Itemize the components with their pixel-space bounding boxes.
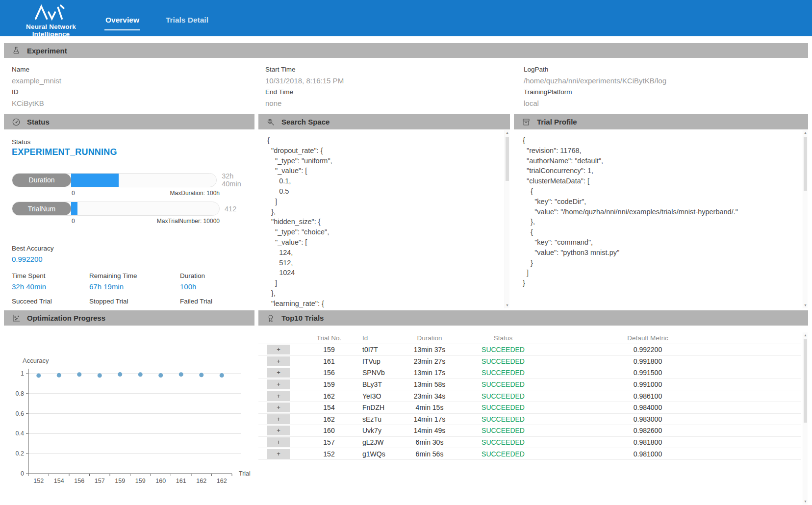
expand-row-button[interactable]: + xyxy=(267,391,290,401)
svg-text:0.4: 0.4 xyxy=(16,430,24,437)
trial-id-cell: gL2JW xyxy=(358,438,398,446)
expand-row-button[interactable]: + xyxy=(267,437,290,447)
scroll-down-icon[interactable]: ▼ xyxy=(803,499,808,505)
col-header-status: Status xyxy=(461,334,545,342)
trial-no-cell: 162 xyxy=(290,415,358,423)
trial-status-cell: SUCCEEDED xyxy=(461,427,545,434)
trial-id-cell: BLy3T xyxy=(358,380,398,388)
svg-text:1: 1 xyxy=(21,370,24,377)
svg-text:0: 0 xyxy=(21,470,24,477)
optimization-title: Optimization Progress xyxy=(27,314,105,322)
trial-metric-cell: 0.981800 xyxy=(545,438,751,446)
brand: Neural Network Intelligence xyxy=(12,2,90,38)
trial-duration-cell: 13min 58s xyxy=(398,380,461,388)
stat-label: Stopped Trial xyxy=(89,297,180,305)
scroll-up-icon[interactable]: ▲ xyxy=(803,332,808,338)
divider xyxy=(12,164,247,164)
col-header-id: Id xyxy=(358,334,398,342)
search-space-panel: Search Space { "dropout_rate": { "_type"… xyxy=(258,114,510,309)
duration-progress: Duration 32h 40min 0 MaxDuration: 100h xyxy=(12,172,254,197)
trial-status-cell: SUCCEEDED xyxy=(461,415,545,423)
trial-metric-cell: 0.984000 xyxy=(545,404,751,411)
svg-text:159: 159 xyxy=(115,478,125,484)
table-row: + 160 Uvk7y 14min 49s SUCCEEDED 0.982600 xyxy=(258,425,801,437)
scatter-plot-icon xyxy=(12,314,21,323)
top-trials-table: Trial No. Id Duration Status Default Met… xyxy=(258,326,801,505)
svg-text:160: 160 xyxy=(155,478,166,484)
expand-row-button[interactable]: + xyxy=(267,414,290,424)
experiment-title: Experiment xyxy=(27,47,67,55)
trial-duration-cell: 14min 49s xyxy=(398,427,461,434)
trial-metric-cell: 0.992200 xyxy=(545,346,751,354)
trial-no-cell: 159 xyxy=(290,346,358,354)
svg-text:162: 162 xyxy=(196,478,206,484)
scroll-down-icon[interactable]: ▼ xyxy=(505,303,509,308)
experiment-info: Name example_mnist ID KCiBytKB Start Tim… xyxy=(4,58,808,114)
trial-metric-cell: 0.981000 xyxy=(545,450,751,458)
duration-bar-label: Duration xyxy=(12,174,71,187)
field-label: End Time xyxy=(265,86,344,98)
table-row: + 162 sEzTu 14min 17s SUCCEEDED 0.983000 xyxy=(258,414,801,426)
svg-text:152: 152 xyxy=(33,478,44,484)
stat-value: 32h 40min xyxy=(12,282,89,291)
tab-overview[interactable]: Overview xyxy=(104,6,140,30)
expand-row-button[interactable]: + xyxy=(267,426,290,435)
trial-profile-scrollbar[interactable]: ▲ ▼ xyxy=(803,130,808,308)
trial-duration-cell: 6min 30s xyxy=(398,438,461,446)
table-row: + 157 gL2JW 6min 30s SUCCEEDED 0.981800 xyxy=(258,437,801,449)
expand-row-button[interactable]: + xyxy=(267,379,290,389)
stat-value: 67h 19min xyxy=(89,282,180,291)
expand-row-button[interactable]: + xyxy=(267,368,290,378)
trial-metric-cell: 0.986100 xyxy=(545,392,751,400)
trialnum-min: 0 xyxy=(72,218,75,225)
svg-text:Accuracy: Accuracy xyxy=(23,357,49,364)
top-trials-scrollbar[interactable]: ▲ ▼ xyxy=(803,332,808,505)
trial-metric-cell: 0.991000 xyxy=(545,380,751,388)
scrollbar-thumb[interactable] xyxy=(804,339,807,423)
table-row: + 159 t0I7T 13min 37s SUCCEEDED 0.992200 xyxy=(258,344,801,356)
trial-metric-cell: 0.983000 xyxy=(545,415,751,423)
trial-profile-json: { "revision": 11768, "authorName": "defa… xyxy=(523,135,800,309)
trial-profile-title: Trial Profile xyxy=(537,118,577,126)
svg-text:0.6: 0.6 xyxy=(16,410,24,417)
archive-box-icon xyxy=(522,118,531,126)
scroll-up-icon[interactable]: ▲ xyxy=(505,130,509,136)
expand-row-button[interactable]: + xyxy=(267,449,290,459)
field-value: /home/quzha/nni/experiments/KCiBytKB/log xyxy=(524,75,666,86)
svg-text:161: 161 xyxy=(176,478,186,484)
trial-no-cell: 154 xyxy=(290,404,358,411)
svg-text:162: 162 xyxy=(217,478,227,484)
nni-overview-page: Neural Network Intelligence Overview Tri… xyxy=(0,0,812,505)
trial-duration-cell: 23min 27s xyxy=(398,357,461,365)
nav-tabs: Overview Trials Detail xyxy=(104,0,234,36)
trial-id-cell: YeI3O xyxy=(358,392,398,400)
optimization-progress-panel: Optimization Progress 00.20.40.60.811521… xyxy=(4,310,254,505)
medal-icon xyxy=(266,314,275,323)
tab-trials-detail[interactable]: Trials Detail xyxy=(165,6,209,30)
best-accuracy-label: Best Accuracy xyxy=(12,245,54,252)
table-row: + 159 BLy3T 13min 58s SUCCEEDED 0.991000 xyxy=(258,379,801,391)
trialnum-bar-track xyxy=(71,202,219,215)
gauge-icon xyxy=(12,118,21,126)
trialnum-bar-fill xyxy=(71,202,77,215)
svg-text:0.2: 0.2 xyxy=(16,450,24,457)
table-row: + 161 ITVup 23min 27s SUCCEEDED 0.991800 xyxy=(258,356,801,368)
trial-status-cell: SUCCEEDED xyxy=(461,346,545,354)
search-space-scrollbar[interactable]: ▲ ▼ xyxy=(505,130,509,308)
nni-logo-icon xyxy=(33,2,69,22)
expand-row-button[interactable]: + xyxy=(267,345,290,354)
expand-row-button[interactable]: + xyxy=(267,403,290,412)
trial-duration-cell: 13min 37s xyxy=(398,346,461,354)
scroll-down-icon[interactable]: ▼ xyxy=(803,303,808,308)
svg-text:157: 157 xyxy=(95,478,105,484)
scroll-up-icon[interactable]: ▲ xyxy=(803,130,808,136)
scrollbar-thumb[interactable] xyxy=(506,137,509,181)
expand-row-button[interactable]: + xyxy=(267,356,290,366)
col-header-trial-no: Trial No. xyxy=(290,334,358,342)
duration-bar-track xyxy=(71,174,216,187)
search-space-json: { "dropout_rate": { "_type": "uniform", … xyxy=(267,135,502,309)
stat-value: 403 xyxy=(12,308,89,309)
scrollbar-thumb[interactable] xyxy=(804,137,807,191)
stat-value: 100h xyxy=(180,282,254,291)
status-value: EXPERIMENT_RUNNING xyxy=(12,147,117,157)
